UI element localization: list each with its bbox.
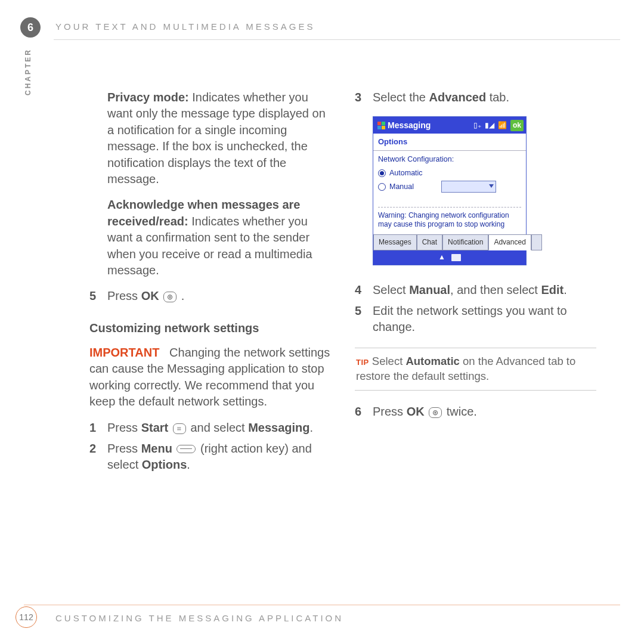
tab-notification[interactable]: Notification — [442, 234, 488, 250]
radio-dot-icon — [378, 183, 386, 191]
step-4: 4 Select Manual, and then select Edit. — [355, 282, 596, 298]
step-4-pre: Select — [373, 283, 409, 296]
step-6: 6 Press OK ⊛ twice. — [355, 404, 596, 420]
tab-messages[interactable]: Messages — [373, 234, 417, 250]
step-1-messaging: Messaging — [248, 421, 309, 434]
step-3-number: 3 — [355, 89, 373, 106]
screenshot-panel-title: Options — [373, 134, 526, 151]
right-column: 3 Select the Advanced tab. Messaging ▯₊ … — [355, 89, 596, 425]
antenna-icon: ▮◢ — [485, 120, 494, 130]
screenshot-warning: Warning: Changing network configuration … — [378, 207, 521, 228]
radio-automatic[interactable]: Automatic — [378, 168, 521, 178]
tab-advanced[interactable]: Advanced — [488, 234, 531, 250]
step-2: 2 Press Menu (right action key) and sele… — [89, 441, 331, 473]
step-2-post: . — [187, 458, 190, 471]
radio-automatic-label: Automatic — [389, 168, 423, 178]
start-icon: ⌗ — [173, 423, 186, 434]
tip-label: TIP — [356, 358, 369, 367]
tip-pre: Select — [369, 355, 406, 367]
chapter-side-label: CHAPTER — [24, 48, 32, 95]
step-5b: 5 Edit the network settings you want to … — [355, 303, 596, 336]
footer-text: CUSTOMIZING THE MESSAGING APPLICATION — [55, 613, 343, 623]
step-4-number: 4 — [355, 282, 373, 298]
step-3-post: tab. — [486, 91, 509, 104]
tip-box: TIP Select Automatic on the Advanced tab… — [355, 348, 596, 391]
screenshot-titlebar: Messaging ▯₊ ▮◢ 📶 ok — [373, 117, 526, 134]
subhead-customizing: Customizing network settings — [89, 320, 331, 336]
step-2-options: Options — [142, 458, 187, 471]
step-6-post: twice. — [443, 405, 477, 418]
header-divider — [54, 39, 620, 40]
ok-icon: ⊛ — [429, 407, 442, 418]
up-arrow-icon[interactable]: ▲ — [438, 252, 445, 262]
step-1-number: 1 — [89, 420, 107, 436]
screenshot-messaging-options: Messaging ▯₊ ▮◢ 📶 ok Options Network Con… — [373, 116, 527, 265]
step-2-number: 2 — [89, 441, 107, 473]
radio-dot-selected-icon — [378, 169, 386, 177]
step-1-pre: Press — [107, 421, 141, 434]
step-1-start: Start — [141, 421, 169, 434]
screenshot-app-title: Messaging — [388, 120, 431, 131]
privacy-mode-paragraph: Privacy mode: Indicates whether you want… — [107, 89, 331, 187]
step-5-post: . — [178, 289, 184, 302]
page-number: 112 — [16, 606, 37, 628]
chapter-number-badge: 6 — [20, 17, 41, 38]
step-5-pre: Press — [107, 289, 141, 302]
step-6-ok: OK — [407, 405, 425, 418]
footer-divider — [24, 605, 620, 605]
signal-icon: ▯₊ — [473, 120, 481, 130]
step-1: 1 Press Start ⌗ and select Messaging. — [89, 420, 331, 436]
step-1-mid: and select — [187, 421, 248, 434]
ok-icon: ⊛ — [163, 292, 177, 302]
important-label: IMPORTANT — [89, 346, 159, 359]
step-5b-number: 5 — [355, 303, 373, 336]
screenshot-tabs: Messages Chat Notification Advanced — [373, 234, 526, 250]
step-3-advanced: Advanced — [429, 91, 487, 104]
windows-flag-icon — [377, 121, 385, 129]
radio-manual-label: Manual — [389, 182, 414, 192]
privacy-mode-body: Indicates whether you want only the mess… — [107, 91, 326, 185]
step-4-post: . — [564, 283, 567, 296]
volume-icon: 📶 — [498, 120, 507, 130]
radio-manual[interactable]: Manual — [378, 181, 521, 193]
ok-button[interactable]: ok — [510, 120, 524, 131]
step-4-manual: Manual — [409, 283, 450, 296]
step-5: 5 Press OK ⊛ . — [89, 288, 331, 304]
step-5-number: 5 — [89, 288, 107, 304]
action-key-icon — [177, 445, 196, 453]
running-head: YOUR TEXT AND MULTIMEDIA MESSAGES — [55, 21, 315, 32]
acknowledge-paragraph: Acknowledge when messages are received/r… — [107, 197, 331, 278]
step-5-ok: OK — [141, 289, 159, 302]
step-4-mid: , and then select — [450, 283, 541, 296]
privacy-mode-lead: Privacy mode: — [107, 91, 189, 104]
manual-dropdown[interactable] — [441, 181, 496, 193]
step-6-number: 6 — [355, 404, 373, 420]
step-3-pre: Select the — [373, 91, 429, 104]
tab-spacer — [531, 234, 542, 250]
step-4-edit: Edit — [541, 283, 564, 296]
left-column: Privacy mode: Indicates whether you want… — [89, 89, 331, 478]
network-config-label: Network Configuration: — [378, 154, 521, 165]
screenshot-bottombar: ▲ — [373, 250, 526, 265]
step-6-pre: Press — [373, 405, 407, 418]
tip-automatic: Automatic — [405, 355, 459, 367]
keyboard-icon[interactable] — [451, 254, 461, 261]
step-2-menu: Menu — [141, 442, 172, 455]
step-2-pre: Press — [107, 442, 141, 455]
step-1-post: . — [309, 421, 313, 434]
step-5b-body: Edit the network settings you want to ch… — [373, 303, 596, 336]
tab-chat[interactable]: Chat — [417, 234, 442, 250]
important-block: IMPORTANT Changing the network settings … — [89, 345, 331, 410]
step-3: 3 Select the Advanced tab. — [355, 89, 596, 106]
